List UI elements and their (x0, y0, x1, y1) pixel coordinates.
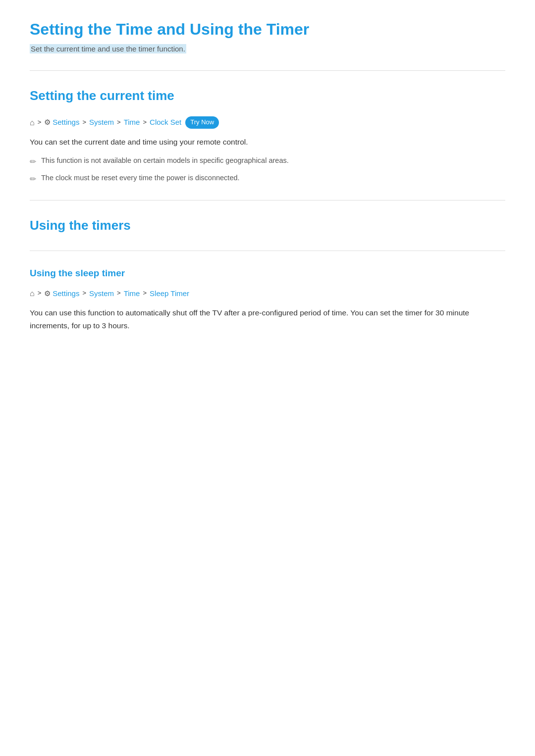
subsection-title-sleep-timer: Using the sleep timer (30, 266, 505, 281)
section-using-timers: Using the timers Using the sleep timer ⌂… (30, 215, 505, 332)
section1-body-text: You can set the current date and time us… (30, 136, 505, 149)
breadcrumb-arrow-3: > (117, 117, 121, 128)
subsection-sleep-timer-body: You can use this function to automatical… (30, 306, 505, 332)
divider-1 (30, 70, 505, 71)
gear-icon-2: ⚙ (44, 288, 51, 300)
home-icon-2: ⌂ (30, 287, 35, 300)
section-current-time: Setting the current time ⌂ > ⚙ Settings … (30, 86, 505, 185)
breadcrumb-arrow-1: > (38, 117, 42, 128)
subsection-sleep-timer: Using the sleep timer ⌂ > ⚙ Settings > S… (30, 266, 505, 332)
section-title-current-time: Setting the current time (30, 86, 505, 106)
page-title: Setting the Time and Using the Timer (30, 20, 505, 39)
breadcrumb-clock-set-link[interactable]: Clock Set (150, 116, 181, 128)
divider-3 (30, 251, 505, 251)
breadcrumb-time-2[interactable]: Time (124, 288, 140, 300)
note-item-2: ✏ The clock must be reset every time the… (30, 173, 505, 185)
pencil-icon-1: ✏ (30, 156, 36, 168)
breadcrumb-arrow-s2: > (82, 288, 86, 299)
gear-icon: ⚙ (44, 116, 51, 128)
pencil-icon-2: ✏ (30, 173, 36, 185)
home-icon: ⌂ (30, 116, 35, 129)
breadcrumb-arrow-2: > (82, 117, 86, 128)
breadcrumb-sleep-timer: ⌂ > ⚙ Settings > System > Time > Sleep T… (30, 287, 505, 300)
breadcrumb-system[interactable]: System (89, 116, 114, 128)
breadcrumb-clock-set: ⌂ > ⚙ Settings > System > Time > Clock S… (30, 116, 505, 129)
page-subtitle: Set the current time and use the timer f… (30, 44, 186, 53)
section-title-using-timers: Using the timers (30, 215, 505, 236)
breadcrumb-arrow-s4: > (143, 288, 147, 299)
breadcrumb-settings-2[interactable]: Settings (53, 288, 79, 300)
breadcrumb-system-2[interactable]: System (89, 288, 114, 300)
note-list-1: ✏ This function is not available on cert… (30, 155, 505, 185)
note-item-1: ✏ This function is not available on cert… (30, 155, 505, 168)
breadcrumb-arrow-s3: > (117, 288, 121, 299)
breadcrumb-time[interactable]: Time (124, 116, 140, 128)
breadcrumb-arrow-s1: > (38, 288, 42, 299)
breadcrumb-sleep-timer-link[interactable]: Sleep Timer (150, 288, 189, 300)
note-text-1: This function is not available on certai… (41, 155, 289, 166)
try-now-badge[interactable]: Try Now (185, 116, 219, 129)
divider-2 (30, 200, 505, 201)
note-text-2: The clock must be reset every time the p… (41, 173, 240, 184)
breadcrumb-settings[interactable]: Settings (53, 116, 79, 128)
breadcrumb-arrow-4: > (143, 117, 147, 128)
